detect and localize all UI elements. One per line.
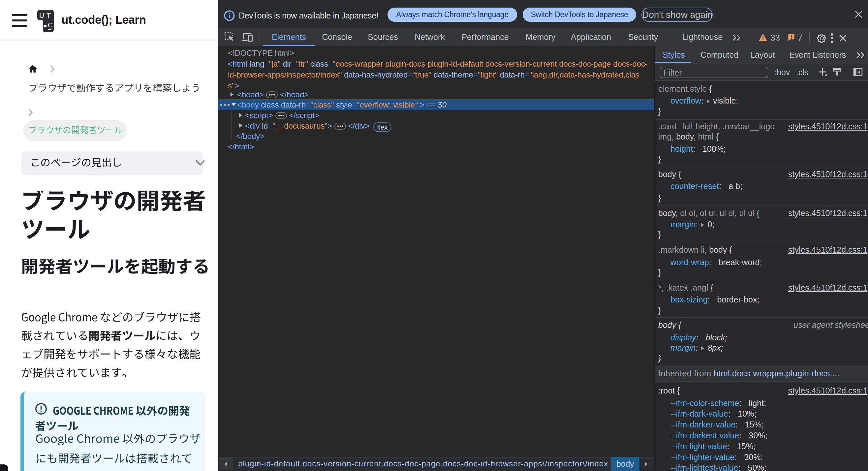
svg-text:C: C — [48, 21, 53, 29]
svg-text:U: U — [39, 11, 44, 19]
svg-text:T: T — [46, 11, 51, 19]
